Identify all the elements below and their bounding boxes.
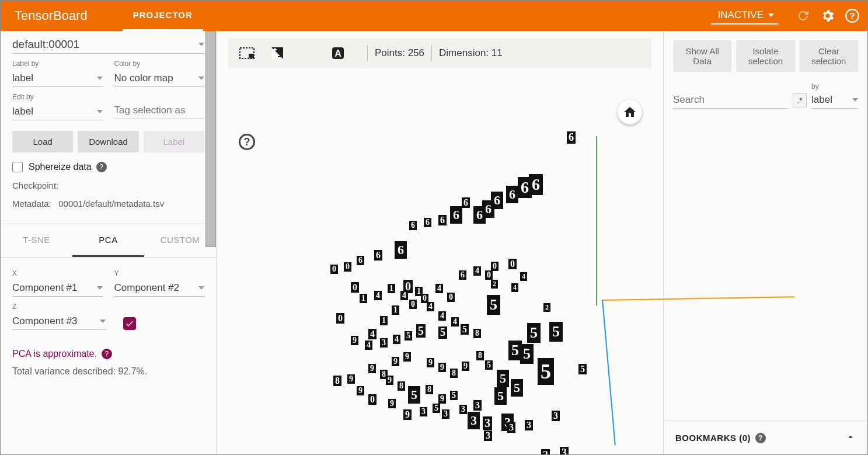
data-point[interactable]: 0 bbox=[344, 262, 351, 272]
bookmarks-help-icon[interactable]: ? bbox=[755, 433, 766, 443]
data-point[interactable]: 0 bbox=[330, 265, 338, 274]
reload-icon[interactable] bbox=[795, 8, 811, 24]
show-all-button[interactable]: Show All Data bbox=[673, 40, 731, 72]
data-point[interactable]: 3 bbox=[541, 449, 550, 455]
data-point[interactable]: 3 bbox=[507, 422, 515, 433]
data-point[interactable]: 9 bbox=[392, 357, 399, 366]
data-point[interactable]: 3 bbox=[420, 407, 427, 416]
select-rect-icon[interactable] bbox=[239, 45, 255, 61]
data-point[interactable]: 9 bbox=[388, 399, 396, 408]
data-point[interactable]: 9 bbox=[438, 363, 446, 372]
data-point[interactable]: 8 bbox=[476, 351, 484, 360]
data-point[interactable]: 5 bbox=[485, 360, 493, 370]
data-point[interactable]: 6 bbox=[374, 250, 382, 261]
data-point[interactable]: 3 bbox=[483, 416, 492, 430]
data-point[interactable]: 1 bbox=[392, 305, 399, 315]
data-point[interactable]: 5 bbox=[494, 387, 507, 405]
color-by-select[interactable]: No color map bbox=[114, 70, 205, 87]
data-point[interactable]: 9 bbox=[368, 364, 376, 373]
data-point[interactable]: 9 bbox=[357, 386, 364, 395]
regex-toggle[interactable]: .* bbox=[793, 93, 807, 107]
data-point[interactable]: 4 bbox=[438, 311, 446, 321]
search-by-select[interactable]: label bbox=[811, 92, 858, 109]
data-point[interactable]: 3 bbox=[468, 412, 480, 429]
settings-icon[interactable] bbox=[820, 8, 836, 24]
data-point[interactable]: 4 bbox=[400, 291, 408, 300]
download-button[interactable]: Download bbox=[78, 131, 138, 152]
data-point[interactable]: 0 bbox=[336, 313, 344, 324]
data-point[interactable]: 5 bbox=[438, 327, 447, 339]
canvas-help-button[interactable]: ? bbox=[239, 134, 255, 150]
data-point[interactable]: 8 bbox=[426, 385, 433, 394]
data-point[interactable]: 0 bbox=[409, 300, 417, 309]
data-point[interactable]: 6 bbox=[395, 241, 407, 259]
data-point[interactable]: 5 bbox=[450, 391, 458, 400]
data-point[interactable]: 4 bbox=[473, 266, 481, 276]
data-point[interactable]: 6 bbox=[529, 174, 543, 195]
data-point[interactable]: 5 bbox=[578, 364, 587, 374]
search-input[interactable] bbox=[673, 92, 788, 109]
data-point[interactable]: 4 bbox=[368, 329, 377, 339]
data-point[interactable]: 4 bbox=[427, 302, 434, 311]
data-point[interactable]: 3 bbox=[525, 420, 533, 430]
pca-z-select[interactable]: Component #3 bbox=[12, 313, 106, 330]
data-point[interactable]: 4 bbox=[393, 335, 400, 344]
data-point[interactable]: 6 bbox=[450, 206, 462, 224]
nav-tab-projector[interactable]: PROJECTOR bbox=[123, 1, 203, 31]
label-button[interactable]: Label bbox=[144, 131, 204, 152]
data-point[interactable]: 6 bbox=[567, 131, 576, 144]
data-point[interactable]: 9 bbox=[403, 352, 411, 362]
help-icon[interactable]: ? bbox=[844, 8, 860, 24]
data-point[interactable]: 9 bbox=[347, 374, 355, 384]
data-point[interactable]: 3 bbox=[484, 430, 492, 441]
data-point[interactable]: 6 bbox=[409, 221, 417, 230]
bookmarks-toggle[interactable]: BOOKMARKS (0) ? bbox=[664, 421, 867, 454]
data-point[interactable]: 4 bbox=[435, 284, 443, 293]
data-point[interactable]: 8 bbox=[450, 369, 458, 378]
data-point[interactable]: 0 bbox=[491, 262, 499, 271]
data-point[interactable]: 3 bbox=[552, 411, 560, 421]
data-point[interactable]: 9 bbox=[403, 409, 412, 420]
edit-by-select[interactable]: label bbox=[12, 103, 103, 120]
clear-button[interactable]: Clear selection bbox=[800, 40, 858, 72]
data-point[interactable]: 5 bbox=[461, 324, 469, 335]
data-point[interactable]: 9 bbox=[386, 376, 393, 385]
data-point[interactable]: 8 bbox=[333, 376, 341, 386]
tab-pca[interactable]: PCA bbox=[72, 224, 144, 257]
data-point[interactable]: 1 bbox=[415, 287, 423, 296]
night-mode-icon[interactable] bbox=[299, 45, 316, 61]
data-point[interactable]: 5 bbox=[416, 324, 426, 338]
data-point[interactable]: 6 bbox=[506, 186, 518, 203]
data-point[interactable]: 5 bbox=[408, 386, 420, 404]
data-point[interactable]: 1 bbox=[360, 294, 367, 303]
data-point[interactable]: 3 bbox=[473, 400, 482, 411]
data-point[interactable]: 2 bbox=[491, 280, 498, 289]
data-point[interactable]: 6 bbox=[462, 197, 470, 208]
data-point[interactable]: 0 bbox=[447, 293, 455, 302]
sphereize-help-icon[interactable]: ? bbox=[96, 162, 107, 172]
data-point[interactable]: 0 bbox=[351, 282, 359, 293]
data-point[interactable]: 3 bbox=[380, 338, 388, 348]
pca-z-checkbox[interactable] bbox=[123, 317, 136, 330]
data-point[interactable]: 0 bbox=[485, 270, 493, 280]
data-point[interactable]: 5 bbox=[487, 295, 500, 315]
label-by-select[interactable]: label bbox=[12, 70, 103, 87]
data-point[interactable]: 5 bbox=[511, 379, 523, 397]
pca-approx-help-icon[interactable]: ? bbox=[102, 349, 112, 359]
data-point[interactable]: 4 bbox=[511, 283, 518, 292]
data-point[interactable]: 5 bbox=[497, 370, 509, 387]
scrollbar[interactable] bbox=[205, 31, 216, 247]
data-point[interactable]: 6 bbox=[438, 215, 447, 225]
tab-tsne[interactable]: T-SNE bbox=[1, 224, 72, 257]
data-point[interactable]: 1 bbox=[380, 316, 388, 325]
data-point[interactable]: 5 bbox=[405, 331, 412, 341]
data-point[interactable]: 5 bbox=[538, 358, 554, 385]
data-point[interactable]: 6 bbox=[473, 206, 486, 224]
data-point[interactable]: 4 bbox=[365, 341, 372, 350]
data-point[interactable]: 0 bbox=[508, 259, 517, 269]
data-point[interactable]: 5 bbox=[549, 322, 563, 342]
data-point[interactable]: 6 bbox=[459, 270, 466, 280]
status-dropdown[interactable]: INACTIVE bbox=[711, 7, 779, 25]
pca-y-select[interactable]: Component #2 bbox=[114, 280, 205, 297]
data-point[interactable]: 5 bbox=[527, 323, 541, 343]
